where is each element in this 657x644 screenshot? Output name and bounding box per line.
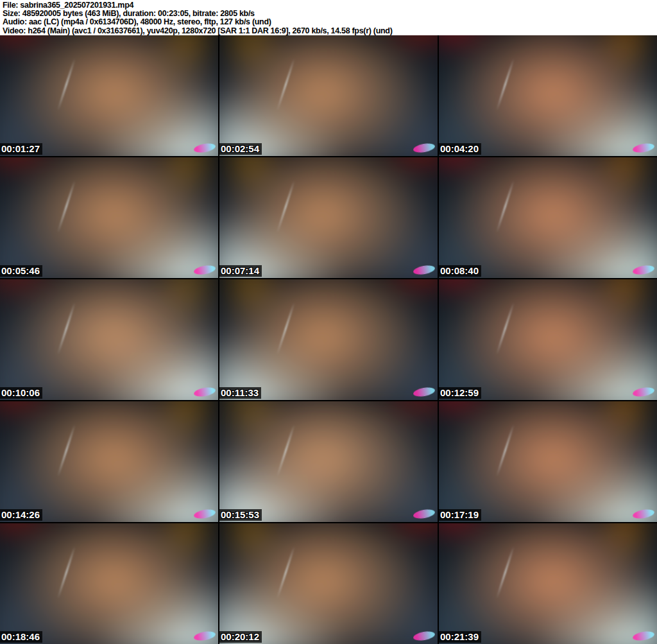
thumbnail-placeholder — [0, 35, 218, 156]
video-thumbnail: 00:21:39 — [439, 523, 657, 644]
thumbnail-placeholder — [219, 401, 438, 522]
timestamp-overlay: 00:02:54 — [219, 143, 262, 155]
timestamp-overlay: 00:10:06 — [0, 387, 42, 399]
thumbnail-placeholder — [219, 157, 438, 278]
audio-info-line: Audio: aac (LC) (mp4a / 0x6134706D), 480… — [3, 18, 654, 26]
thumbnail-placeholder — [439, 523, 657, 644]
thumbnail-placeholder — [219, 523, 438, 644]
thumbnail-placeholder — [0, 279, 218, 400]
video-thumbnail: 00:07:14 — [219, 157, 438, 278]
video-thumbnail: 00:01:27 — [0, 35, 218, 156]
thumbnail-placeholder — [439, 157, 657, 278]
video-thumbnail: 00:02:54 — [219, 35, 438, 156]
timestamp-overlay: 00:17:19 — [439, 509, 481, 521]
video-thumbnail: 00:20:12 — [219, 523, 438, 644]
timestamp-overlay: 00:14:26 — [0, 509, 42, 521]
timestamp-overlay: 00:20:12 — [219, 631, 262, 643]
video-thumbnail: 00:04:20 — [439, 35, 657, 156]
timestamp-overlay: 00:18:46 — [0, 631, 42, 643]
thumbnail-placeholder — [219, 35, 438, 156]
timestamp-overlay: 00:01:27 — [0, 143, 42, 155]
thumbnail-placeholder — [0, 523, 218, 644]
video-thumbnail: 00:14:26 — [0, 401, 218, 522]
timestamp-overlay: 00:12:59 — [439, 387, 481, 399]
thumbnail-grid: 00:01:27 00:02:54 00:04:20 00:05:46 00:0… — [0, 35, 657, 644]
thumbnail-placeholder — [0, 157, 218, 278]
thumbnail-placeholder — [439, 279, 657, 400]
thumbnail-placeholder — [0, 401, 218, 522]
video-thumbnail: 00:12:59 — [439, 279, 657, 400]
video-info-line: Video: h264 (Main) (avc1 / 0x31637661), … — [3, 27, 654, 35]
timestamp-overlay: 00:04:20 — [439, 143, 481, 155]
thumbnail-placeholder — [439, 401, 657, 522]
video-thumbnail: 00:17:19 — [439, 401, 657, 522]
thumbnail-placeholder — [439, 35, 657, 156]
thumbnail-placeholder — [219, 279, 438, 400]
timestamp-overlay: 00:21:39 — [439, 631, 481, 643]
video-thumbnail: 00:08:40 — [439, 157, 657, 278]
video-thumbnail: 00:10:06 — [0, 279, 218, 400]
video-thumbnail: 00:05:46 — [0, 157, 218, 278]
timestamp-overlay: 00:05:46 — [0, 265, 42, 277]
timestamp-overlay: 00:08:40 — [439, 265, 481, 277]
timestamp-overlay: 00:15:53 — [219, 509, 262, 521]
timestamp-overlay: 00:07:14 — [219, 265, 262, 277]
video-contact-sheet: File: sabrina365_202507201931.mp4 Size: … — [0, 0, 657, 644]
timestamp-overlay: 00:11:33 — [219, 387, 261, 399]
media-info-header: File: sabrina365_202507201931.mp4 Size: … — [0, 0, 657, 35]
video-thumbnail: 00:11:33 — [219, 279, 438, 400]
video-thumbnail: 00:15:53 — [219, 401, 438, 522]
video-thumbnail: 00:18:46 — [0, 523, 218, 644]
